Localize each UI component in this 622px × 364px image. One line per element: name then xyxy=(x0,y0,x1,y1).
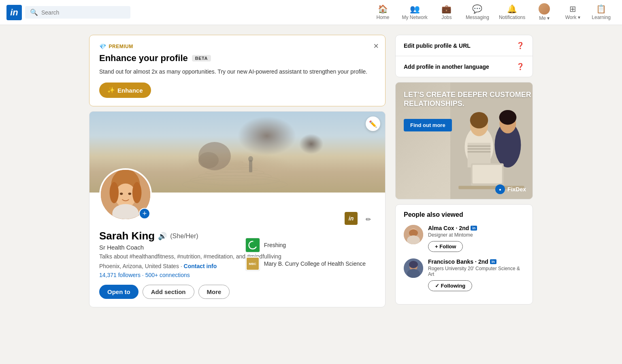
francisco-name-row: Francisco Banks · 2nd in xyxy=(428,258,524,265)
svg-point-16 xyxy=(132,182,142,203)
curry-name: Mary B. Curry College of Health Science xyxy=(264,260,366,267)
profile-info-container: Sarah King 🔊 (She/Her) Sr Health Coach T… xyxy=(99,230,375,299)
company-curry[interactable]: MBC Mary B. Curry College of Health Scie… xyxy=(245,256,366,271)
nav-notifications[interactable]: 🔔 Notifications xyxy=(494,0,530,25)
learning-icon: 📋 xyxy=(596,4,606,14)
avatar xyxy=(539,3,550,15)
francisco-role: Rogers University 20' Computer Science &… xyxy=(428,266,524,277)
sidebar: Edit public profile & URL ❓ Add profile … xyxy=(395,35,533,305)
nav-home[interactable]: 🏠 Home xyxy=(369,0,397,25)
wand-icon: ✨ xyxy=(107,87,115,94)
premium-title-text: Enhance your profile xyxy=(99,53,188,63)
person-alma: Alma Cox · 2nd in Designer at Mintome + … xyxy=(404,225,524,252)
contact-info-link[interactable]: Contact info xyxy=(184,263,217,269)
profile-pronouns: (She/Her) xyxy=(170,233,198,240)
nav-me[interactable]: Me ▾ xyxy=(530,0,558,25)
more-button[interactable]: More xyxy=(198,285,230,299)
svg-point-31 xyxy=(499,110,517,125)
messaging-icon: 💬 xyxy=(472,4,482,14)
main-column: × 💎 PREMIUM Enhance your profile BETA St… xyxy=(89,35,386,307)
profile-card: ✏️ xyxy=(89,111,386,307)
alma-name-row: Alma Cox · 2nd in xyxy=(428,225,524,231)
alma-role: Designer at Mintome xyxy=(428,232,524,238)
profile-body: + in ✏ Sarah King 🔊 (She/Her) S xyxy=(89,193,385,307)
help-icon-2: ❓ xyxy=(516,63,524,70)
fixdex-label: FixDex xyxy=(507,186,526,193)
nav-jobs-label: Jobs xyxy=(441,15,452,20)
connections-link[interactable]: 500+ connections xyxy=(145,272,190,278)
edit-profile-label: Edit public profile & URL xyxy=(404,42,471,49)
alma-info: Alma Cox · 2nd in Designer at Mintome + … xyxy=(428,225,524,252)
open-to-button[interactable]: Open to xyxy=(99,285,138,299)
alma-name: Alma Cox xyxy=(428,225,454,231)
profile-links-card: Edit public profile & URL ❓ Add profile … xyxy=(395,35,533,77)
ad-brand-area: ● FixDex xyxy=(495,184,526,194)
nav-jobs[interactable]: 💼 Jobs xyxy=(432,0,461,25)
banner-edit-button[interactable]: ✏️ xyxy=(366,116,380,131)
ad-cta-button[interactable]: Find out more xyxy=(404,119,452,131)
enhance-label: Enhance xyxy=(117,87,143,94)
search-bar[interactable]: 🔍 xyxy=(25,6,130,19)
francisco-avatar xyxy=(404,258,423,278)
nav-learning-label: Learning xyxy=(592,15,611,20)
linkedin-logo[interactable]: in xyxy=(6,5,22,20)
person-francisco: Francisco Banks · 2nd in Rogers Universi… xyxy=(404,258,524,291)
dot-separator: · xyxy=(181,263,184,269)
company-freshing[interactable]: Freshing xyxy=(245,238,366,252)
svg-point-15 xyxy=(110,182,119,203)
nav-items: 🏠 Home 👥 My Network 💼 Jobs 💬 Messaging 🔔… xyxy=(369,0,616,25)
avatar-wrapper: + xyxy=(99,168,152,221)
advertisement: LET'S CREATE DEEPER CUSTOMER RELATIONSHI… xyxy=(395,82,533,199)
nav-me-label: Me ▾ xyxy=(539,15,550,21)
add-language-label: Add profile in another language xyxy=(404,63,489,70)
premium-title: Enhance your profile BETA xyxy=(99,53,375,63)
add-section-button[interactable]: Add section xyxy=(143,285,194,299)
location-text: Phoenix, Arizona, United States xyxy=(99,263,179,269)
francisco-name: Francisco Banks xyxy=(428,258,473,265)
premium-description: Stand out for almost 2x as many opportun… xyxy=(99,68,375,76)
francisco-separator: · xyxy=(475,258,477,265)
beta-badge: BETA xyxy=(192,55,211,61)
search-input[interactable] xyxy=(41,9,126,16)
add-language-link[interactable]: Add profile in another language ❓ xyxy=(396,56,533,77)
edit-profile-button[interactable]: ✏ xyxy=(361,212,375,226)
sound-icon[interactable]: 🔊 xyxy=(158,232,167,241)
search-icon: 🔍 xyxy=(30,8,38,16)
nav-learning[interactable]: 📋 Learning xyxy=(587,0,616,25)
ad-content: LET'S CREATE DEEPER CUSTOMER RELATIONSHI… xyxy=(396,83,533,199)
profile-companies: Freshing MBC Mary B. Curry College of He… xyxy=(245,238,366,271)
svg-point-17 xyxy=(120,193,123,195)
edit-public-profile-link[interactable]: Edit public profile & URL ❓ xyxy=(396,35,533,56)
ad-headline: LET'S CREATE DEEPER CUSTOMER RELATIONSHI… xyxy=(404,91,533,108)
profile-name: Sarah King xyxy=(99,230,155,242)
nav-home-label: Home xyxy=(377,15,390,20)
svg-rect-33 xyxy=(473,165,502,184)
add-photo-button[interactable]: + xyxy=(139,208,150,219)
alma-linkedin-badge: in xyxy=(471,226,477,231)
alma-separator: · xyxy=(456,225,458,231)
nav-notifications-label: Notifications xyxy=(499,15,525,20)
freshing-logo xyxy=(245,238,260,252)
gem-icon: 💎 xyxy=(99,43,107,50)
nav-my-network[interactable]: 👥 My Network xyxy=(397,0,432,25)
svg-point-18 xyxy=(128,193,132,195)
nav-messaging[interactable]: 💬 Messaging xyxy=(461,0,494,25)
curry-logo: MBC xyxy=(245,256,260,271)
curry-logo-text: MBC xyxy=(247,258,259,270)
enhance-button[interactable]: ✨ Enhance xyxy=(99,83,151,98)
svg-point-9 xyxy=(198,152,219,168)
network-icon: 👥 xyxy=(410,4,420,14)
nav-work[interactable]: ⊞ Work ▾ xyxy=(558,0,587,25)
alma-degree: 2nd xyxy=(459,225,469,231)
work-icon: ⊞ xyxy=(569,4,576,14)
francisco-info: Francisco Banks · 2nd in Rogers Universi… xyxy=(428,258,524,291)
premium-label: 💎 PREMIUM xyxy=(99,43,375,50)
following-francisco-button[interactable]: ✓ Following xyxy=(428,280,472,291)
navbar: in 🔍 🏠 Home 👥 My Network 💼 Jobs 💬 Messag… xyxy=(0,0,622,25)
stats-separator: · xyxy=(142,272,145,278)
followers-link[interactable]: 14,371 followers xyxy=(99,272,141,278)
follow-alma-button[interactable]: + Follow xyxy=(428,241,463,252)
notifications-icon: 🔔 xyxy=(507,4,517,14)
close-button[interactable]: × xyxy=(373,42,379,51)
nav-work-label: Work ▾ xyxy=(565,15,580,20)
